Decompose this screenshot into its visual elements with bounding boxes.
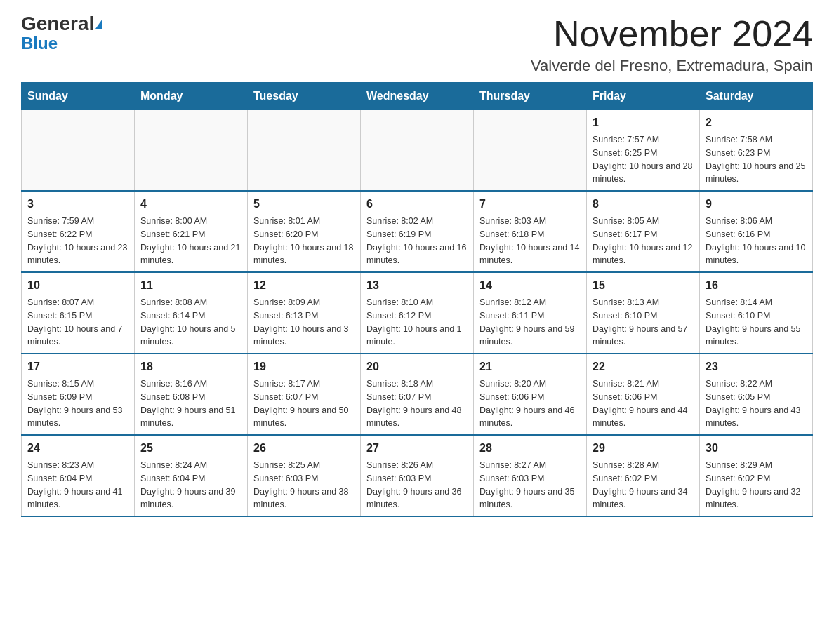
calendar-cell: 23Sunrise: 8:22 AM Sunset: 6:05 PM Dayli… <box>700 354 813 435</box>
day-number: 2 <box>706 114 807 131</box>
day-number: 9 <box>706 196 807 213</box>
day-number: 24 <box>27 440 128 457</box>
day-info: Sunrise: 8:10 AM Sunset: 6:12 PM Dayligh… <box>366 296 468 349</box>
calendar-cell: 14Sunrise: 8:12 AM Sunset: 6:11 PM Dayli… <box>474 272 587 354</box>
day-number: 16 <box>706 277 807 294</box>
calendar-cell: 7Sunrise: 8:03 AM Sunset: 6:18 PM Daylig… <box>474 191 587 272</box>
calendar-week-row: 3Sunrise: 7:59 AM Sunset: 6:22 PM Daylig… <box>22 191 813 272</box>
calendar-cell: 19Sunrise: 8:17 AM Sunset: 6:07 PM Dayli… <box>248 354 361 435</box>
day-number: 6 <box>366 196 468 213</box>
day-info: Sunrise: 8:26 AM Sunset: 6:03 PM Dayligh… <box>366 459 468 511</box>
title-block: November 2024 Valverde del Fresno, Extre… <box>531 14 813 75</box>
header-friday: Friday <box>587 83 700 110</box>
calendar-cell <box>474 110 587 192</box>
day-info: Sunrise: 8:03 AM Sunset: 6:18 PM Dayligh… <box>479 215 581 267</box>
day-info: Sunrise: 8:21 AM Sunset: 6:06 PM Dayligh… <box>593 377 694 430</box>
day-number: 3 <box>27 196 128 213</box>
day-number: 29 <box>593 440 694 457</box>
calendar-cell: 9Sunrise: 8:06 AM Sunset: 6:16 PM Daylig… <box>700 191 813 272</box>
day-info: Sunrise: 7:58 AM Sunset: 6:23 PM Dayligh… <box>706 133 807 186</box>
day-number: 27 <box>366 440 468 457</box>
day-number: 8 <box>593 196 694 213</box>
calendar-cell: 11Sunrise: 8:08 AM Sunset: 6:14 PM Dayli… <box>135 272 248 354</box>
day-info: Sunrise: 8:12 AM Sunset: 6:11 PM Dayligh… <box>479 296 581 349</box>
day-info: Sunrise: 8:15 AM Sunset: 6:09 PM Dayligh… <box>27 377 128 430</box>
day-info: Sunrise: 8:23 AM Sunset: 6:04 PM Dayligh… <box>27 459 128 511</box>
calendar-cell: 17Sunrise: 8:15 AM Sunset: 6:09 PM Dayli… <box>22 354 135 435</box>
day-info: Sunrise: 8:20 AM Sunset: 6:06 PM Dayligh… <box>479 377 581 430</box>
day-number: 4 <box>140 196 241 213</box>
calendar-week-row: 1Sunrise: 7:57 AM Sunset: 6:25 PM Daylig… <box>22 110 813 192</box>
calendar-location: Valverde del Fresno, Extremadura, Spain <box>531 57 813 75</box>
calendar-week-row: 24Sunrise: 8:23 AM Sunset: 6:04 PM Dayli… <box>22 435 813 516</box>
calendar-cell: 21Sunrise: 8:20 AM Sunset: 6:06 PM Dayli… <box>474 354 587 435</box>
day-info: Sunrise: 8:25 AM Sunset: 6:03 PM Dayligh… <box>253 459 355 511</box>
header-sunday: Sunday <box>22 83 135 110</box>
calendar-cell: 15Sunrise: 8:13 AM Sunset: 6:10 PM Dayli… <box>587 272 700 354</box>
day-number: 10 <box>27 277 128 294</box>
calendar-cell: 30Sunrise: 8:29 AM Sunset: 6:02 PM Dayli… <box>700 435 813 516</box>
calendar-cell: 25Sunrise: 8:24 AM Sunset: 6:04 PM Dayli… <box>135 435 248 516</box>
calendar-cell: 26Sunrise: 8:25 AM Sunset: 6:03 PM Dayli… <box>248 435 361 516</box>
day-number: 26 <box>253 440 355 457</box>
calendar-cell: 27Sunrise: 8:26 AM Sunset: 6:03 PM Dayli… <box>361 435 474 516</box>
day-number: 13 <box>366 277 468 294</box>
calendar-cell: 6Sunrise: 8:02 AM Sunset: 6:19 PM Daylig… <box>361 191 474 272</box>
calendar-week-row: 17Sunrise: 8:15 AM Sunset: 6:09 PM Dayli… <box>22 354 813 435</box>
day-info: Sunrise: 8:24 AM Sunset: 6:04 PM Dayligh… <box>140 459 241 511</box>
day-info: Sunrise: 8:07 AM Sunset: 6:15 PM Dayligh… <box>27 296 128 349</box>
calendar-cell: 22Sunrise: 8:21 AM Sunset: 6:06 PM Dayli… <box>587 354 700 435</box>
calendar-header-row: SundayMondayTuesdayWednesdayThursdayFrid… <box>22 83 813 110</box>
header-tuesday: Tuesday <box>248 83 361 110</box>
day-number: 21 <box>479 358 581 375</box>
day-info: Sunrise: 8:16 AM Sunset: 6:08 PM Dayligh… <box>140 377 241 430</box>
header-wednesday: Wednesday <box>361 83 474 110</box>
calendar-cell: 4Sunrise: 8:00 AM Sunset: 6:21 PM Daylig… <box>135 191 248 272</box>
calendar-cell: 18Sunrise: 8:16 AM Sunset: 6:08 PM Dayli… <box>135 354 248 435</box>
calendar-cell: 10Sunrise: 8:07 AM Sunset: 6:15 PM Dayli… <box>22 272 135 354</box>
day-info: Sunrise: 8:00 AM Sunset: 6:21 PM Dayligh… <box>140 215 241 267</box>
day-info: Sunrise: 8:06 AM Sunset: 6:16 PM Dayligh… <box>706 215 807 267</box>
calendar-cell <box>248 110 361 192</box>
logo-text-general: General <box>21 14 94 34</box>
day-number: 12 <box>253 277 355 294</box>
day-info: Sunrise: 7:59 AM Sunset: 6:22 PM Dayligh… <box>27 215 128 267</box>
day-number: 11 <box>140 277 241 294</box>
calendar-cell: 2Sunrise: 7:58 AM Sunset: 6:23 PM Daylig… <box>700 110 813 192</box>
day-number: 23 <box>706 358 807 375</box>
calendar-cell: 5Sunrise: 8:01 AM Sunset: 6:20 PM Daylig… <box>248 191 361 272</box>
day-info: Sunrise: 8:13 AM Sunset: 6:10 PM Dayligh… <box>593 296 694 349</box>
calendar-cell: 8Sunrise: 8:05 AM Sunset: 6:17 PM Daylig… <box>587 191 700 272</box>
calendar-cell: 1Sunrise: 7:57 AM Sunset: 6:25 PM Daylig… <box>587 110 700 192</box>
day-number: 28 <box>479 440 581 457</box>
day-number: 20 <box>366 358 468 375</box>
day-number: 22 <box>593 358 694 375</box>
day-info: Sunrise: 8:09 AM Sunset: 6:13 PM Dayligh… <box>253 296 355 349</box>
calendar-cell: 20Sunrise: 8:18 AM Sunset: 6:07 PM Dayli… <box>361 354 474 435</box>
day-number: 15 <box>593 277 694 294</box>
calendar-cell: 3Sunrise: 7:59 AM Sunset: 6:22 PM Daylig… <box>22 191 135 272</box>
day-info: Sunrise: 8:22 AM Sunset: 6:05 PM Dayligh… <box>706 377 807 430</box>
calendar-cell <box>361 110 474 192</box>
day-info: Sunrise: 8:08 AM Sunset: 6:14 PM Dayligh… <box>140 296 241 349</box>
calendar-week-row: 10Sunrise: 8:07 AM Sunset: 6:15 PM Dayli… <box>22 272 813 354</box>
calendar-cell: 13Sunrise: 8:10 AM Sunset: 6:12 PM Dayli… <box>361 272 474 354</box>
logo: General Blue <box>21 14 102 53</box>
calendar-cell: 28Sunrise: 8:27 AM Sunset: 6:03 PM Dayli… <box>474 435 587 516</box>
calendar-cell: 24Sunrise: 8:23 AM Sunset: 6:04 PM Dayli… <box>22 435 135 516</box>
page-header: General Blue November 2024 Valverde del … <box>21 14 813 75</box>
day-info: Sunrise: 8:17 AM Sunset: 6:07 PM Dayligh… <box>253 377 355 430</box>
day-number: 1 <box>593 114 694 131</box>
calendar-table: SundayMondayTuesdayWednesdayThursdayFrid… <box>21 82 813 517</box>
day-info: Sunrise: 8:28 AM Sunset: 6:02 PM Dayligh… <box>593 459 694 511</box>
day-info: Sunrise: 8:27 AM Sunset: 6:03 PM Dayligh… <box>479 459 581 511</box>
day-number: 7 <box>479 196 581 213</box>
day-number: 5 <box>253 196 355 213</box>
day-info: Sunrise: 8:18 AM Sunset: 6:07 PM Dayligh… <box>366 377 468 430</box>
day-number: 17 <box>27 358 128 375</box>
calendar-cell: 16Sunrise: 8:14 AM Sunset: 6:10 PM Dayli… <box>700 272 813 354</box>
day-number: 19 <box>253 358 355 375</box>
header-thursday: Thursday <box>474 83 587 110</box>
day-number: 14 <box>479 277 581 294</box>
calendar-title: November 2024 <box>531 14 813 54</box>
